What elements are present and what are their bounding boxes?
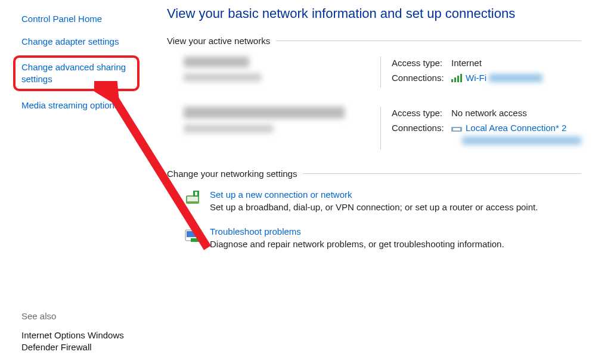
setup-connection-desc: Set up a broadband, dial-up, or VPN conn… (210, 202, 538, 212)
change-settings-header: Change your networking settings (167, 169, 581, 179)
see-also-heading: See also (21, 311, 140, 321)
connections-label: Connections: (392, 73, 451, 83)
troubleshoot-item: Troubleshoot problems Diagnose and repai… (167, 226, 581, 249)
wifi-connection-link[interactable]: Wi-Fi (466, 73, 486, 83)
troubleshoot-desc: Diagnose and repair network problems, or… (210, 239, 504, 249)
svg-rect-5 (195, 192, 197, 195)
setup-connection-link[interactable]: Set up a new connection or network (210, 189, 352, 200)
connections-label: Connections: (392, 123, 451, 133)
page-title: View your basic network information and … (167, 6, 581, 21)
sidebar: Control Panel Home Change adapter settin… (0, 0, 151, 364)
divider (303, 173, 581, 174)
divider (380, 107, 381, 150)
access-type-label: Access type: (392, 58, 451, 68)
change-adapter-link[interactable]: Change adapter settings (21, 36, 140, 48)
active-networks-label: View your active networks (167, 36, 276, 46)
svg-rect-8 (191, 238, 199, 242)
internet-options-link[interactable]: Internet Options (21, 330, 85, 340)
active-networks-header: View your active networks (167, 36, 581, 46)
access-type-value: No network access (451, 108, 527, 118)
access-type-value: Internet (451, 58, 482, 68)
divider (276, 41, 581, 41)
setup-connection-icon (184, 189, 202, 207)
redacted-text (184, 73, 261, 82)
redacted-text (462, 136, 581, 145)
access-type-label: Access type: (392, 108, 451, 118)
divider (380, 57, 381, 88)
svg-rect-3 (187, 197, 198, 201)
svg-rect-1 (453, 128, 460, 130)
redacted-text (184, 57, 249, 67)
troubleshoot-icon (184, 226, 202, 244)
change-advanced-sharing-link[interactable]: Change advanced sharing settings (21, 61, 131, 86)
media-streaming-link[interactable]: Media streaming options (21, 99, 140, 111)
main-content: View your basic network information and … (151, 0, 592, 364)
redacted-text (184, 125, 273, 133)
troubleshoot-link[interactable]: Troubleshoot problems (210, 226, 301, 237)
redacted-text (489, 74, 543, 82)
highlight-callout: Change advanced sharing settings (13, 55, 140, 92)
network-row: Access type: No network access Connectio… (184, 107, 581, 150)
svg-rect-7 (187, 231, 199, 237)
lan-connection-link[interactable]: Local Area Connection* 2 (466, 123, 566, 133)
control-panel-home-link[interactable]: Control Panel Home (21, 13, 140, 25)
redacted-text (184, 107, 345, 119)
network-row: Access type: Internet Connections: Wi-Fi (184, 57, 581, 88)
wifi-signal-icon (451, 74, 462, 82)
ethernet-icon (451, 125, 462, 132)
change-settings-label: Change your networking settings (167, 169, 303, 179)
setup-connection-item: Set up a new connection or network Set u… (167, 189, 581, 212)
